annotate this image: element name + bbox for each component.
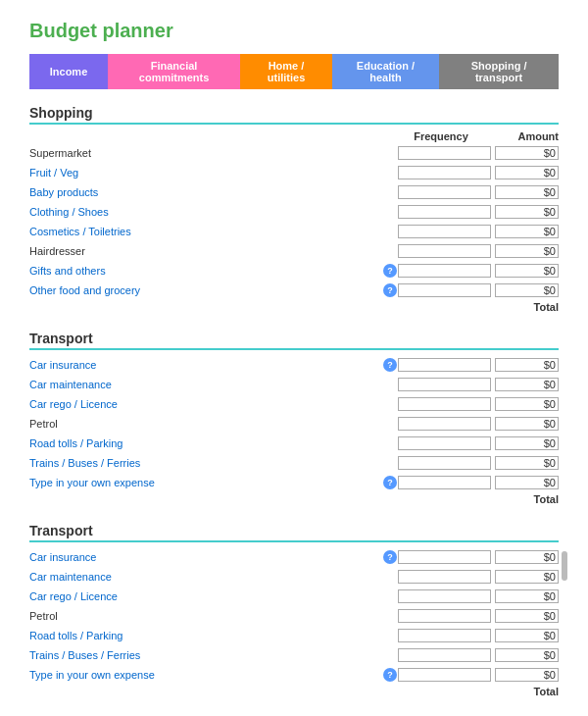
list-item: Petrol $0 [29,415,559,433]
frequency-input[interactable] [398,476,491,489]
amount-value: $0 [495,589,559,603]
amount-value: $0 [495,264,559,278]
amount-value: $0 [495,185,559,199]
list-item: Type in your own expense ? $0 [29,474,559,491]
frequency-input[interactable] [398,668,491,682]
list-item: Trains / Buses / Ferries $0 [29,646,559,664]
row-label: Car rego / Licence [29,398,382,410]
frequency-input[interactable] [398,205,491,219]
row-label: Trains / Buses / Ferries [29,457,382,469]
frequency-input[interactable] [398,378,491,391]
amount-value: $0 [495,668,559,682]
row-label: Petrol [29,418,382,430]
help-icon[interactable]: ? [383,264,397,278]
amount-value: $0 [495,550,559,564]
amount-value: $0 [495,648,559,662]
row-label: Road tolls / Parking [29,630,382,641]
transport-section-title-2: Transport [29,523,559,542]
frequency-input[interactable] [398,570,491,584]
amount-value: $0 [495,283,559,297]
amount-value: $0 [495,205,559,219]
help-icon[interactable]: ? [383,550,397,564]
list-item: Petrol $0 [29,607,559,625]
frequency-input[interactable] [398,589,491,603]
frequency-input[interactable] [398,244,491,258]
amount-value: $0 [495,609,559,623]
list-item: Hairdresser $0 [29,242,559,260]
row-label: Road tolls / Parking [29,437,382,449]
tab-shopping[interactable]: Shopping / transport [439,54,559,89]
row-label: Clothing / Shoes [29,206,382,218]
amount-value: $0 [495,456,559,470]
transport1-total-label: Total [495,493,559,505]
transport1-total-row: Total [29,493,559,505]
tab-bar: Income Financial commitments Home / util… [29,54,559,89]
amount-value: $0 [495,417,559,431]
list-item: Other food and grocery ? $0 [29,281,559,299]
tab-income[interactable]: Income [29,54,108,89]
amount-value: $0 [495,146,559,160]
list-item: Car rego / Licence $0 [29,395,559,413]
row-label: Gifts and others [29,265,382,277]
amount-label: Amount [490,130,559,142]
frequency-label: Frequency [392,130,490,142]
frequency-input[interactable] [398,456,491,470]
frequency-input[interactable] [398,264,491,278]
row-label: Type in your own expense [29,477,382,488]
shopping-total-row: Total [29,301,559,313]
frequency-input[interactable] [398,609,491,623]
shopping-total-label: Total [495,301,559,313]
help-icon[interactable]: ? [383,476,397,489]
amount-value: $0 [495,166,559,179]
shopping-section: Shopping Frequency Amount Supermarket $0… [29,105,559,313]
shopping-header: Frequency Amount [29,130,559,142]
list-item: Type in your own expense ? $0 [29,666,559,684]
list-item: Road tolls / Parking $0 [29,435,559,452]
frequency-input[interactable] [398,225,491,238]
transport-section-title-1: Transport [29,331,559,350]
amount-value: $0 [495,436,559,450]
frequency-input[interactable] [398,358,491,372]
frequency-input[interactable] [398,146,491,160]
amount-value: $0 [495,629,559,642]
row-label: Car maintenance [29,571,382,583]
frequency-input[interactable] [398,397,491,411]
help-icon[interactable]: ? [383,668,397,682]
list-item: Gifts and others ? $0 [29,262,559,280]
frequency-input[interactable] [398,550,491,564]
list-item: Road tolls / Parking $0 [29,627,559,644]
frequency-input[interactable] [398,283,491,297]
transport2-total-row: Total [29,686,559,697]
list-item: Car insurance ? $0 [29,356,559,374]
amount-value: $0 [495,378,559,391]
frequency-input[interactable] [398,417,491,431]
scrollbar[interactable] [562,551,567,581]
list-item: Cosmetics / Toiletries $0 [29,223,559,240]
row-label: Car insurance [29,359,382,371]
row-label: Car rego / Licence [29,590,382,602]
amount-value: $0 [495,358,559,372]
tab-home[interactable]: Home / utilities [240,54,332,89]
frequency-input[interactable] [398,648,491,662]
list-item: Supermarket $0 [29,144,559,162]
amount-value: $0 [495,225,559,238]
row-label: Baby products [29,186,382,198]
list-item: Fruit / Veg $0 [29,164,559,181]
amount-value: $0 [495,476,559,489]
row-label: Cosmetics / Toiletries [29,226,382,237]
amount-value: $0 [495,397,559,411]
row-label: Hairdresser [29,245,382,257]
help-icon[interactable]: ? [383,283,397,297]
frequency-input[interactable] [398,436,491,450]
frequency-input[interactable] [398,629,491,642]
page: Budget planner Income Financial commitme… [0,0,588,716]
row-label: Trains / Buses / Ferries [29,649,382,661]
help-icon[interactable]: ? [383,358,397,372]
tab-financial[interactable]: Financial commitments [108,54,240,89]
list-item: Car rego / Licence $0 [29,588,559,605]
frequency-input[interactable] [398,166,491,179]
tab-education[interactable]: Education / health [332,54,439,89]
list-item: Trains / Buses / Ferries $0 [29,454,559,472]
frequency-input[interactable] [398,185,491,199]
list-item: Car maintenance $0 [29,568,559,586]
